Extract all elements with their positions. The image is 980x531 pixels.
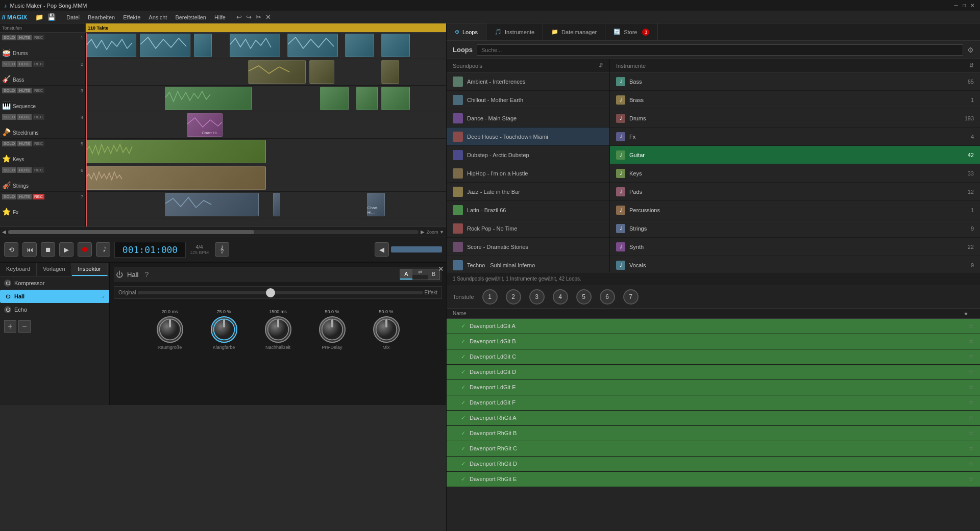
- skip-start-button[interactable]: ⏮: [22, 242, 37, 257]
- scroll-thumb[interactable]: [8, 230, 254, 234]
- rewind-button[interactable]: ⟲: [4, 242, 18, 257]
- drums-clip-3[interactable]: [194, 34, 212, 57]
- instrument-guitar[interactable]: ♩ Guitar 42: [610, 146, 980, 164]
- loop-item-rhgitc[interactable]: ✓ Davenport RhGit C ☆: [447, 441, 980, 457]
- strings-solo[interactable]: SOLO: [2, 167, 16, 173]
- loop-fav-rhgite[interactable]: ☆: [968, 475, 974, 483]
- soundpool-ambient[interactable]: Ambient - Interferences: [447, 72, 609, 91]
- echo-item[interactable]: ⏻ Echo: [0, 303, 109, 316]
- loop-fav-ldgitd[interactable]: ☆: [968, 368, 974, 375]
- steel-track-row[interactable]: Chart Hi...: [86, 112, 446, 139]
- tab-dateimanager[interactable]: 📁 Dateimanager: [543, 23, 605, 40]
- drums-clip-7[interactable]: [381, 34, 410, 57]
- effect-help-button[interactable]: ?: [144, 270, 149, 279]
- soundpool-jazz[interactable]: Jazz - Late in the Bar: [447, 183, 609, 201]
- soundpool-score[interactable]: Score - Dramatic Stories: [447, 238, 609, 256]
- fx-solo[interactable]: SOLO: [2, 194, 16, 199]
- seq-track-row[interactable]: [86, 86, 446, 112]
- kompressor-item[interactable]: ⏻ Kompressor: [0, 276, 109, 290]
- loop-item-rhgite[interactable]: ✓ Davenport RhGit E ☆: [447, 472, 980, 487]
- loop-fav-ldgita[interactable]: ☆: [968, 322, 974, 330]
- drums-mute[interactable]: HUTE: [17, 35, 32, 40]
- maximize-button[interactable]: □: [961, 2, 968, 9]
- steel-mute[interactable]: HUTE: [17, 114, 32, 120]
- loop-fav-ldgitc[interactable]: ☆: [968, 353, 974, 360]
- drums-clip-4[interactable]: [230, 34, 280, 57]
- instrument-strings[interactable]: ♩ Strings 9: [610, 219, 980, 238]
- fx-clip-3[interactable]: Chart Hi...: [367, 193, 385, 216]
- bass-clip-2[interactable]: [309, 60, 334, 84]
- seq-clip-2[interactable]: [320, 87, 349, 110]
- scroll-right[interactable]: ▶: [421, 229, 425, 235]
- tab-keyboard[interactable]: Keyboard: [0, 263, 37, 276]
- fx-clip-2[interactable]: [273, 193, 280, 216]
- soundpool-latin[interactable]: Latin - Brazil 66: [447, 201, 609, 219]
- soundpool-dubstep[interactable]: Dubstep - Arctic Dubstep: [447, 146, 609, 164]
- loop-fav-ldgitf[interactable]: ☆: [968, 399, 974, 406]
- tonstufe-4[interactable]: 4: [553, 289, 568, 305]
- instrument-percussions[interactable]: ♩ Percussions 1: [610, 201, 980, 219]
- timeline-ruler[interactable]: 110 Takte: [86, 23, 446, 32]
- loop-item-ldgite[interactable]: ✓ Davenport LdGit E ☆: [447, 380, 980, 395]
- menu-effekte[interactable]: Effekte: [119, 13, 144, 21]
- loop-start-button[interactable]: ◀: [375, 242, 389, 257]
- drums-clip-6[interactable]: [345, 34, 374, 57]
- toolbar-close[interactable]: ✕: [263, 12, 273, 22]
- record-button[interactable]: [78, 242, 92, 257]
- keys-solo[interactable]: SOLO: [2, 141, 16, 146]
- close-button[interactable]: ✕: [969, 2, 976, 9]
- minimize-button[interactable]: ─: [952, 2, 960, 9]
- bass-clip-3[interactable]: [381, 60, 399, 84]
- instruments-collapse[interactable]: ⇵: [969, 62, 974, 69]
- mix-knob-ctrl[interactable]: [373, 316, 400, 343]
- tab-inspektor[interactable]: Inspektor: [72, 263, 108, 276]
- toolbar-redo[interactable]: ↪: [244, 12, 254, 22]
- bass-track-row[interactable]: [86, 59, 446, 86]
- tonstufe-1[interactable]: 1: [482, 289, 498, 305]
- strings-track-row[interactable]: [86, 165, 446, 192]
- drums-clip-5[interactable]: [287, 34, 338, 57]
- play-button[interactable]: ▶: [59, 242, 74, 257]
- echo-power[interactable]: ⏻: [4, 306, 11, 313]
- tab-loops[interactable]: ⊕ Loops: [447, 23, 486, 40]
- toolbar-undo[interactable]: ↩: [234, 12, 244, 22]
- soundpool-rockpop[interactable]: Rock Pop - No Time: [447, 219, 609, 238]
- loop-fav-rhgita[interactable]: ☆: [968, 414, 974, 421]
- fx-rec[interactable]: REC: [33, 194, 44, 199]
- effects-close-button[interactable]: ✕: [438, 265, 444, 273]
- keys-clip-1[interactable]: [86, 140, 266, 163]
- toolbar-btn-open[interactable]: 📁: [33, 12, 45, 22]
- fx-track-row[interactable]: Chart Hi...: [86, 192, 446, 218]
- tonstufe-6[interactable]: 6: [600, 289, 615, 305]
- tonstufe-2[interactable]: 2: [506, 289, 521, 305]
- drums-rec[interactable]: REC: [33, 35, 44, 40]
- drums-track-row[interactable]: [86, 33, 446, 59]
- instrument-vocals[interactable]: ♩ Vocals 9: [610, 256, 980, 272]
- add-effect-button[interactable]: +: [4, 320, 16, 333]
- tonstufe-3[interactable]: 3: [529, 289, 545, 305]
- instrument-keys[interactable]: ♩ Keys 33: [610, 164, 980, 183]
- strings-rec[interactable]: REC: [33, 167, 44, 173]
- fx-mute[interactable]: HUTE: [17, 194, 32, 199]
- keys-rec[interactable]: REC: [33, 141, 44, 146]
- fx-clip-1[interactable]: [165, 193, 259, 216]
- scroll-left[interactable]: ◀: [2, 229, 6, 235]
- loop-item-rhgitd[interactable]: ✓ Davenport RhGit D ☆: [447, 457, 980, 472]
- loop-fav-ldgite[interactable]: ☆: [968, 384, 974, 391]
- instrument-drums[interactable]: ♩ Drums 193: [610, 109, 980, 128]
- instrument-bass[interactable]: ♩ Bass 65: [610, 72, 980, 91]
- kompressor-power[interactable]: ⏻: [4, 280, 11, 287]
- menu-bearbeiten[interactable]: Bearbeiten: [84, 13, 119, 21]
- steel-solo[interactable]: SOLO: [2, 114, 16, 120]
- strings-clip-1[interactable]: [86, 166, 266, 190]
- loop-item-rhgita[interactable]: ✓ Davenport RhGit A ☆: [447, 411, 980, 426]
- bass-mute[interactable]: HUTE: [17, 61, 32, 67]
- loop-range[interactable]: [391, 246, 442, 252]
- loop-item-ldgita[interactable]: ✓ Davenport LdGit A ☆: [447, 319, 980, 334]
- stop-button[interactable]: ⏹: [41, 242, 55, 257]
- loop-item-rhgitb[interactable]: ✓ Davenport RhGit B ☆: [447, 426, 980, 441]
- klangfarbe-knob[interactable]: [211, 316, 237, 343]
- bass-clip-1[interactable]: [248, 60, 306, 84]
- strings-mute[interactable]: HUTE: [17, 167, 32, 173]
- toolbar-cut[interactable]: ✂: [254, 12, 263, 22]
